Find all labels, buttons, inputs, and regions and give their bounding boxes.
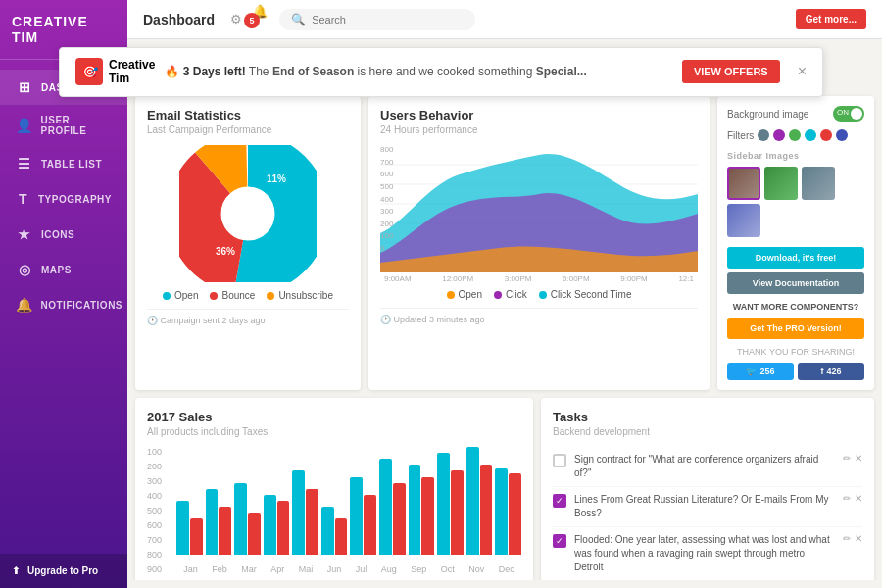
x-axis-labels: 9:00AM12:00PM3:00PM6:00PM9:00PM12:1 <box>380 274 698 283</box>
tasks-list: Sign contract for "What are conference o… <box>553 447 862 580</box>
bar-bmw <box>509 473 521 555</box>
right-panel: Background image ON Filters Sidebar Imag… <box>717 96 874 390</box>
view-offers-button[interactable]: VIEW OFFERS <box>682 60 780 83</box>
facebook-button[interactable]: f 426 <box>798 363 864 380</box>
filters-row: Filters <box>727 129 864 141</box>
task-edit-button[interactable]: ✏ <box>843 533 851 544</box>
twitter-button[interactable]: 🐦 256 <box>727 363 794 380</box>
twitter-icon: 🐦 <box>746 367 757 376</box>
search-input[interactable] <box>312 14 464 25</box>
notification-banner: 🎯 Creative Tim 🔥 3 Days left! The End of… <box>127 47 823 97</box>
bar-group <box>176 447 203 555</box>
task-checkbox[interactable]: ✓ <box>553 534 566 548</box>
sidebar-item-user-profile[interactable]: 👤 User Profile <box>0 105 127 146</box>
bar-tesla <box>264 495 276 555</box>
task-edit-button[interactable]: ✏ <box>843 493 851 504</box>
tasks-subtitle: Backend development <box>553 426 862 437</box>
filter-blue[interactable] <box>836 129 848 141</box>
promo-button[interactable]: Get more... <box>796 9 866 29</box>
header-right: Get more... <box>796 9 866 29</box>
sidebar-image-3[interactable] <box>802 167 835 200</box>
download-button[interactable]: Download, it's free! <box>727 247 864 269</box>
pro-button[interactable]: Get The PRO Version! <box>727 318 864 339</box>
sales-subtitle: All products including Taxes <box>147 426 521 437</box>
legend-open-area: Open <box>447 289 482 300</box>
filter-red[interactable] <box>820 129 832 141</box>
bar-tesla <box>292 470 305 555</box>
main-content: Dashboard ⚙ 🔔5 🔍 Get more... 🎯 Creative … <box>127 0 882 588</box>
bar-group <box>437 447 464 555</box>
svg-text:11%: 11% <box>267 173 286 184</box>
settings-icon[interactable]: ⚙ <box>230 12 242 26</box>
email-stats-footer: 🕐 Campaign sent 2 days ago <box>147 309 349 325</box>
bar-tesla <box>379 459 392 555</box>
task-actions: ✏✕ <box>843 453 862 464</box>
filter-purple[interactable] <box>773 129 785 141</box>
sidebar-item-typography[interactable]: T Typography <box>0 181 127 217</box>
banner-close-button[interactable]: × <box>798 63 807 80</box>
task-delete-button[interactable]: ✕ <box>855 533 862 544</box>
upgrade-button[interactable]: ⬆ Upgrade to Pro <box>0 554 127 588</box>
legend-open: Open <box>163 290 198 301</box>
sidebar-image-4[interactable] <box>727 204 760 237</box>
bar-tesla <box>350 477 363 555</box>
legend-bounce: Bounce <box>210 290 255 301</box>
background-toggle-row: Background image ON <box>727 106 864 122</box>
row-1: Email Statistics Last Campaign Performan… <box>135 96 874 390</box>
svg-text:36%: 36% <box>216 246 235 257</box>
sidebar-item-notifications[interactable]: 🔔 Notifications <box>0 287 127 322</box>
task-delete-button[interactable]: ✕ <box>855 493 862 504</box>
bar-group <box>350 447 376 555</box>
email-stats-title: Email Statistics <box>147 108 349 122</box>
email-stats-subtitle: Last Campaign Performance <box>147 124 349 135</box>
filter-gray[interactable] <box>758 129 769 141</box>
bar-tesla <box>495 468 508 555</box>
facebook-icon: f <box>820 367 823 376</box>
header: Dashboard ⚙ 🔔5 🔍 Get more... <box>127 0 882 39</box>
background-toggle[interactable]: ON <box>833 106 864 122</box>
behavior-legend: Open Click Click Second Time <box>380 289 698 300</box>
bar-bmw <box>451 470 464 555</box>
bar-bmw <box>219 507 231 555</box>
clock-icon-2: 🕐 <box>380 315 391 324</box>
sidebar-image-2[interactable] <box>764 167 798 200</box>
page-title: Dashboard <box>143 12 215 27</box>
behavior-subtitle: 24 Hours performance <box>380 124 698 135</box>
bar-tesla <box>234 483 247 555</box>
filter-cyan[interactable] <box>805 129 816 141</box>
sidebar-image-1[interactable] <box>727 167 760 200</box>
search-box[interactable]: 🔍 <box>279 9 475 30</box>
bar-bmw <box>421 477 434 555</box>
toggle-knob <box>851 108 862 120</box>
task-edit-button[interactable]: ✏ <box>843 453 851 464</box>
bar-chart-x-labels: JanFebMarAprMaiJunJulAugSepOctNovDec <box>176 564 521 574</box>
banner-logo-text: Creative Tim <box>127 58 155 86</box>
sidebar-item-icons[interactable]: ★ Icons <box>0 217 127 252</box>
task-checkbox[interactable]: ✓ <box>553 494 566 508</box>
docs-button[interactable]: View Documentation <box>727 272 864 294</box>
sidebar-nav: ⊞ Dashboard 👤 User Profile ☰ Table List … <box>0 60 127 554</box>
sales-title: 2017 Sales <box>147 410 521 424</box>
task-delete-button[interactable]: ✕ <box>855 453 862 464</box>
bar-tesla <box>437 453 450 555</box>
sidebar-item-table-list[interactable]: ☰ Table List <box>0 146 127 181</box>
notification-bell[interactable]: 🔔5 <box>252 4 268 34</box>
task-text: Flooded: One year later, assessing what … <box>574 533 835 574</box>
social-row: 🐦 256 f 426 <box>727 363 864 380</box>
task-checkbox[interactable] <box>553 454 566 467</box>
filter-green[interactable] <box>789 129 801 141</box>
thank-you-label: THANK YOU FOR SHARING! <box>727 347 864 357</box>
legend-dot-open-area <box>447 291 455 299</box>
bar-tesla <box>466 447 479 555</box>
legend-dot-open <box>163 292 171 300</box>
area-chart-wrapper: 0 100 200 300 400 500 600 700 800 <box>380 145 698 272</box>
bar-bmw <box>306 489 318 555</box>
legend-dot-unsubscribe <box>267 292 274 300</box>
bar-tesla <box>321 507 334 555</box>
bar-bmw <box>248 513 261 555</box>
sidebar-item-maps[interactable]: ◎ Maps <box>0 252 127 287</box>
legend-click2-area: Click Second Time <box>539 289 632 300</box>
notification-badge: 5 <box>244 13 260 28</box>
bar-chart-container: 900800700600500400300200100 JanFebMarApr… <box>147 447 521 574</box>
task-item: ✓Lines From Great Russian Literature? Or… <box>553 487 862 527</box>
